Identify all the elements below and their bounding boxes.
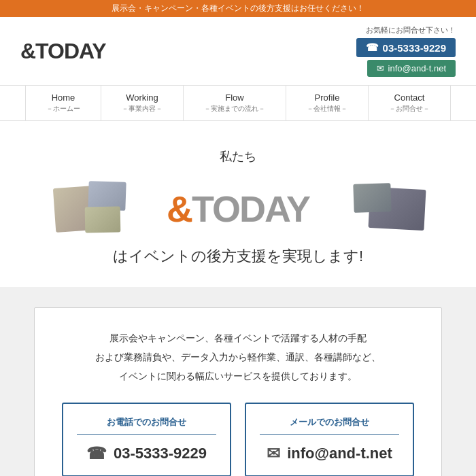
email-contact-box: メールでのお問合せ ✉ info@and-t.net: [245, 403, 414, 476]
content-description: 展示会やキャンペーン、各種イベントで活躍する人材の手配 および業務請負や、データ…: [62, 328, 414, 386]
nav-sub-profile: －会社情報－: [307, 104, 347, 114]
email-box-content: ✉ info@and-t.net: [260, 444, 399, 463]
content-box: 展示会やキャンペーン、各種イベントで活躍する人材の手配 および業務請負や、データ…: [34, 307, 442, 476]
nav-sub-contact: －お問合せ－: [389, 104, 430, 114]
collage-photo-4: [353, 183, 391, 213]
logo[interactable]: &TODAY: [20, 39, 106, 64]
email-address: info@and-t.net: [287, 445, 392, 462]
top-banner: 展示会・キャンペーン・各種イベントの後方支援はお任せください！: [0, 0, 476, 17]
envelope-icon-box: ✉: [267, 444, 280, 463]
phone-contact-box: お電話でのお問合せ ☎ 03-5333-9229: [62, 403, 231, 476]
nav-label-profile: Profile: [307, 92, 347, 103]
nav-item-contact[interactable]: Contact －お問合せ－: [369, 86, 451, 120]
phone-box-content: ☎ 03-5333-9229: [77, 444, 216, 463]
contact-boxes: お電話でのお問合せ ☎ 03-5333-9229 メールでのお問合せ ✉ inf…: [62, 403, 414, 476]
navigation: Home －ホームー Working －事業内容－ Flow －実施までの流れ－…: [0, 85, 476, 121]
nav-label-flow: Flow: [204, 92, 265, 103]
nav-label-home: Home: [46, 92, 80, 103]
envelope-icon: ✉: [377, 63, 384, 73]
nav-item-profile[interactable]: Profile －会社情報－: [286, 86, 369, 120]
header-phone-number: 03-5333-9229: [383, 42, 446, 54]
hero-title: 私たち: [14, 148, 462, 165]
header-email-button[interactable]: ✉ info@and-t.net: [367, 60, 456, 77]
phone-box-title: お電話でのお問合せ: [77, 416, 216, 435]
email-box-title: メールでのお問合せ: [260, 416, 399, 435]
nav-sub-home: －ホームー: [46, 104, 80, 114]
nav-sub-flow: －実施までの流れ－: [204, 104, 265, 114]
desc-line-2: および業務請負や、データ入力から軽作業、通訳、各種講師など、: [62, 347, 414, 367]
nav-item-working[interactable]: Working －事業内容－: [101, 86, 184, 120]
nav-label-contact: Contact: [389, 92, 430, 103]
contact-label: お気軽にお問合せ下さい！: [366, 25, 456, 35]
hero-section: 私たち &TODAY はイベントの後方支援を実現します!: [0, 121, 476, 287]
logo-text: &TODAY: [20, 39, 106, 63]
hero-subtitle: はイベントの後方支援を実現します!: [14, 246, 462, 267]
nav-sub-working: －事業内容－: [122, 104, 163, 114]
phone-icon: ☎: [366, 41, 379, 54]
hero-brand-text: &TODAY: [167, 188, 309, 230]
top-banner-text: 展示会・キャンペーン・各種イベントの後方支援はお任せください！: [112, 3, 364, 13]
collage-photo-3: [85, 207, 121, 233]
phone-icon-box: ☎: [86, 444, 107, 463]
header-phone-button[interactable]: ☎ 03-5333-9229: [356, 38, 456, 57]
nav-label-working: Working: [122, 92, 163, 103]
nav-item-home[interactable]: Home －ホームー: [25, 86, 101, 120]
content-section: 展示会やキャンペーン、各種イベントで活躍する人材の手配 および業務請負や、データ…: [0, 287, 476, 476]
nav-item-flow[interactable]: Flow －実施までの流れ－: [184, 86, 286, 120]
header-email-address: info@and-t.net: [388, 63, 446, 73]
phone-number: 03-5333-9229: [114, 445, 207, 462]
desc-line-3: イベントに関わる幅広いサービスを提供しております。: [62, 367, 414, 386]
desc-line-1: 展示会やキャンペーン、各種イベントで活躍する人材の手配: [62, 328, 414, 347]
header: &TODAY お気軽にお問合せ下さい！ ☎ 03-5333-9229 ✉ inf…: [0, 17, 476, 85]
hero-logo-collage: &TODAY: [14, 178, 462, 239]
header-contact: お気軽にお問合せ下さい！ ☎ 03-5333-9229 ✉ info@and-t…: [356, 25, 456, 77]
